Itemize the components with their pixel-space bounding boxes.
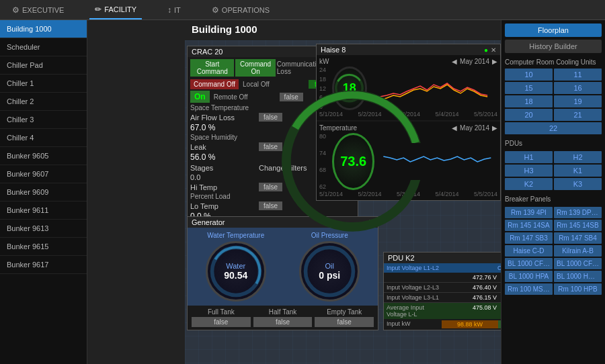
breaker-bl1000-hbcmp[interactable]: BL 1000 HBCMP xyxy=(554,271,602,282)
pdu-avg-input-val: 475.08 V xyxy=(442,304,499,318)
breaker-rm145-14sa[interactable]: Rm 145 14SA xyxy=(505,220,553,231)
command-on-button[interactable]: Command On xyxy=(235,59,275,77)
kw-chart-nav[interactable]: ◀ May 2014 ▶ xyxy=(452,58,497,65)
breaker-rm145-14sb[interactable]: Rm 145 14SB xyxy=(554,220,602,231)
breaker-rm139-dpcc[interactable]: Rm 139 DPCC xyxy=(554,207,602,218)
kw-prev-icon[interactable]: ◀ xyxy=(452,58,457,65)
history-builder-button[interactable]: History Builder xyxy=(505,40,602,53)
stages-label: Stages xyxy=(190,164,257,172)
sidebar-item-chiller4[interactable]: Chiller 4 xyxy=(0,129,87,147)
sidebar-item-bunker9609[interactable]: Bunker 9609 xyxy=(0,183,87,201)
command-off-button[interactable]: Command Off xyxy=(190,79,239,89)
pdu-h3[interactable]: H3 xyxy=(505,165,553,177)
facility-icon: ✏ xyxy=(95,5,102,14)
nav-operations[interactable]: ⚙ OPERATIONS xyxy=(206,0,275,19)
haise-title: Haise 8 ● ✕ xyxy=(317,44,500,55)
sidebar-item-bunker9617[interactable]: Bunker 9617 xyxy=(0,256,87,274)
temp-gauge: 73.6 xyxy=(332,133,374,190)
breaker-kilrain-ab[interactable]: Kilrain A-B xyxy=(554,245,602,257)
svg-point-7 xyxy=(208,243,264,300)
pdu-k1[interactable]: K1 xyxy=(554,165,602,177)
unit-16[interactable]: 16 xyxy=(554,82,602,94)
sidebar-item-chiller1[interactable]: Chiller 1 xyxy=(0,75,87,93)
nav-it[interactable]: ↕ IT xyxy=(162,0,186,19)
breaker-panels-label: Breaker Panels xyxy=(505,195,602,203)
pdu-h2[interactable]: H2 xyxy=(554,151,602,163)
water-temp-gauge: Water 90.54 xyxy=(206,241,266,302)
sidebar-item-bunker9605[interactable]: Bunker 9605 xyxy=(0,147,87,165)
full-tank: Full Tank false xyxy=(192,308,251,327)
half-tank-value: false xyxy=(253,317,313,327)
unit-18[interactable]: 18 xyxy=(505,95,553,107)
sidebar-item-bunker9615[interactable]: Bunker 9615 xyxy=(0,238,87,256)
pdu-k2[interactable]: K2 xyxy=(505,178,553,190)
empty-tank-value: false xyxy=(315,317,374,327)
sidebar-item-chiller2[interactable]: Chiller 2 xyxy=(0,93,87,111)
sidebar-item-bunker9613[interactable]: Bunker 9613 xyxy=(0,220,87,238)
sidebar-item-scheduler[interactable]: Scheduler xyxy=(0,38,87,56)
pdu-l2l3-label: Input Voltage L2-L3 xyxy=(387,284,442,291)
sidebar-item-chillerpad[interactable]: Chiller Pad xyxy=(0,56,87,75)
kw-next-icon[interactable]: ▶ xyxy=(492,58,497,65)
breaker-rm100-msb[interactable]: Rm 100 MSB NS xyxy=(505,283,553,295)
full-tank-value: false xyxy=(192,317,251,327)
breaker-bl1000-cf1a[interactable]: BL 1000 CF1A xyxy=(505,258,553,269)
floorplan-button[interactable]: Floorplan xyxy=(505,24,602,37)
unit-20[interactable]: 20 xyxy=(505,109,553,121)
full-tank-label: Full Tank xyxy=(208,308,235,316)
breaker-rm147-sb3[interactable]: Rm 147 SB3 xyxy=(505,232,553,244)
executive-icon: ⚙ xyxy=(12,5,19,15)
unit-19[interactable]: 19 xyxy=(554,95,602,107)
air-flow-label: Air Flow Loss xyxy=(190,113,257,122)
pdu-input-l1l2: 472.76 V xyxy=(442,274,499,281)
breaker-rm100-hpb[interactable]: Rm 100 HPB xyxy=(554,283,602,295)
pdu-avg-input-label: Average Input Voltage L-L xyxy=(387,304,442,318)
pdu-title: PDU K2 ✕ xyxy=(384,253,501,263)
kw-chart-header: kW ◀ May 2014 ▶ xyxy=(319,58,497,65)
sidebar-item-chiller3[interactable]: Chiller 3 xyxy=(0,111,87,129)
tank-row: Full Tank false Half Tank false Empty Ta… xyxy=(188,306,378,330)
pdu-label-1 xyxy=(387,274,442,281)
pdu-avg-output-val: 207.34 V xyxy=(499,304,501,318)
unit-21[interactable]: 21 xyxy=(554,109,602,121)
haise-panel: Haise 8 ● ✕ kW ◀ May 2014 ▶ 24 xyxy=(316,44,501,201)
breaker-bl1000-cf2a[interactable]: BL 1000 CF2A xyxy=(554,258,602,269)
temp-chart-content: 80746862 73.6 xyxy=(319,133,497,190)
temp-prev-icon[interactable]: ◀ xyxy=(452,124,457,132)
temp-chart-nav[interactable]: ◀ May 2014 ▶ xyxy=(452,124,497,132)
cr-cooling-label: Computer Room Cooling Units xyxy=(505,58,602,66)
pdu-input-kw-val: 98.88 kW xyxy=(442,320,498,328)
lo-temp-label: Lo Temp xyxy=(190,202,257,210)
breaker-rm139-4pi[interactable]: Rm 139 4PI xyxy=(505,207,553,218)
breaker-haise-cd[interactable]: Haise C-D xyxy=(505,245,553,257)
leak-label: Leak xyxy=(190,143,257,151)
main-layout: Building 1000 Scheduler Chiller Pad Chil… xyxy=(0,20,605,364)
unit-22[interactable]: 22 xyxy=(505,122,602,134)
temp-next-icon[interactable]: ▶ xyxy=(492,124,497,132)
start-command-button[interactable]: Start Command xyxy=(190,59,234,77)
pdu-output-header: Output Voltage L1-L2 xyxy=(471,265,501,271)
haise-close[interactable]: ✕ xyxy=(491,46,496,54)
nav-executive[interactable]: ⚙ EXECUTIVE xyxy=(7,0,69,19)
breaker-panel-grid: Rm 139 4PI Rm 139 DPCC Rm 145 14SA Rm 14… xyxy=(505,207,602,295)
right-panel: Floorplan History Builder Computer Room … xyxy=(501,20,605,364)
temp-chart-canvas xyxy=(377,143,497,180)
pdu-k3[interactable]: K3 xyxy=(554,178,602,190)
oil-pressure-gauge-container: Oil Pressure Oil 0 psi xyxy=(286,232,374,302)
half-tank-label: Half Tank xyxy=(269,308,297,316)
pdu-row-2: Input Voltage L2-L3 476.40 V 208.40 V xyxy=(384,283,501,293)
unit-15[interactable]: 15 xyxy=(505,82,553,94)
breaker-rm147-sb4[interactable]: Rm 147 SB4 xyxy=(554,232,602,244)
pdu-row-3: Input Voltage L3-L1 476.15 V 207.99 V xyxy=(384,293,501,303)
oil-pressure-gauge: Oil 0 psi xyxy=(299,241,360,302)
unit-10[interactable]: 10 xyxy=(505,69,553,81)
pdu-output-l1l2 xyxy=(499,274,501,281)
nav-facility[interactable]: ✏ FACILITY xyxy=(89,0,142,19)
pdu-h1[interactable]: H1 xyxy=(505,151,553,163)
unit-11[interactable]: 11 xyxy=(554,69,602,81)
temp-date: May 2014 xyxy=(460,124,489,132)
sidebar-item-bunker9611[interactable]: Bunker 9611 xyxy=(0,201,87,220)
sidebar-item-bunker9607[interactable]: Bunker 9607 xyxy=(0,165,87,183)
sidebar-item-building1000[interactable]: Building 1000 xyxy=(0,20,87,38)
breaker-bl1000-hpa[interactable]: BL 1000 HPA xyxy=(505,271,553,282)
